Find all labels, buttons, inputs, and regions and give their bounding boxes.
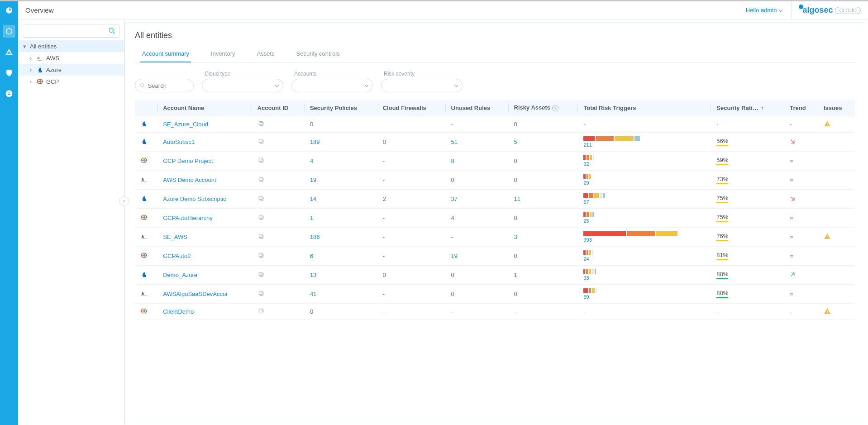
svg-rect-9 [260, 140, 263, 143]
gcp-icon [140, 253, 148, 260]
account-name-link[interactable]: AWS Demo Account [163, 177, 216, 183]
filter-select[interactable] [202, 79, 283, 92]
account-name-link[interactable]: AutoSubsc1 [163, 138, 195, 145]
topbar: Overview Hello admin algosec CLOUD [18, 1, 868, 19]
rail-logo-icon[interactable] [3, 4, 15, 17]
risk-total[interactable]: 67 [583, 199, 706, 205]
col-header[interactable] [135, 100, 157, 116]
svg-rect-34 [827, 310, 827, 312]
svg-rect-18 [260, 216, 263, 219]
filter-select[interactable] [291, 79, 373, 92]
tab-security controls[interactable]: Security controls [295, 47, 342, 62]
table-row: AutoSubsc1189051521156% [135, 133, 855, 152]
table-row: aSE_AWS186--339376%= [135, 228, 855, 247]
tab-account summary[interactable]: Account summary [140, 47, 191, 62]
copy-icon[interactable] [258, 291, 265, 298]
copy-icon[interactable] [258, 272, 265, 279]
account-name-link[interactable]: AWSAlgoSaaSDevAccoι [163, 291, 227, 297]
svg-text:a: a [142, 234, 144, 239]
azure-icon [36, 66, 43, 73]
search-icon [140, 82, 145, 89]
risk-total[interactable]: 25 [583, 218, 706, 224]
col-header[interactable]: Security Rati…↑ [711, 100, 784, 116]
sort-asc-icon[interactable]: ↑ [761, 105, 764, 111]
risk-total[interactable]: 33 [583, 275, 706, 281]
tab-assets[interactable]: Assets [255, 47, 277, 62]
account-name-link[interactable]: GCPAuto2 [163, 253, 191, 259]
sidebar-search-input[interactable] [27, 28, 108, 34]
risk-total[interactable]: 393 [583, 237, 706, 243]
azure-icon [140, 272, 148, 279]
rail-cube-icon[interactable] [3, 25, 15, 38]
aws-icon: a [36, 54, 43, 62]
account-name-link[interactable]: SE_AWS [163, 234, 187, 240]
tree-item-azure[interactable]: ›Azure [18, 64, 124, 76]
risk-total[interactable]: 59 [583, 294, 706, 300]
account-name-link[interactable]: ClientDemo [163, 308, 194, 315]
account-name-link[interactable]: GCP Demo Project [163, 158, 213, 164]
account-name-link[interactable]: GCPAutoHierarchy [163, 215, 213, 221]
svg-text:a: a [142, 177, 144, 181]
col-header[interactable]: Unused Rules [446, 100, 509, 116]
col-header[interactable]: Risky Assets? [509, 100, 578, 116]
account-name-link[interactable]: Azure Demo Subscriptiо [163, 196, 226, 202]
svg-rect-5 [260, 122, 263, 125]
sidebar-collapse-button[interactable]: ‹ [119, 196, 129, 206]
tree-item-gcp[interactable]: ›GCP [18, 76, 124, 87]
brand-logo: algosec CLOUD [791, 1, 861, 19]
rating-value: 76% [716, 233, 728, 241]
col-header[interactable]: Total Risk Triggers [578, 100, 711, 116]
user-label: Hello admin [746, 7, 777, 14]
rail-swap-icon[interactable] [3, 87, 15, 100]
svg-rect-11 [260, 159, 263, 162]
svg-rect-7 [827, 123, 827, 124]
col-header[interactable]: Security Policies [305, 100, 377, 116]
risk-total[interactable]: 29 [583, 180, 706, 186]
warning-icon[interactable] [824, 122, 831, 129]
trend-flat-icon: = [790, 215, 793, 221]
col-header[interactable]: Trend [784, 100, 818, 116]
svg-rect-31 [259, 291, 262, 294]
copy-icon[interactable] [258, 158, 265, 165]
risk-bar [583, 231, 678, 236]
col-header[interactable]: Cloud Firewalls [377, 100, 446, 116]
copy-icon[interactable] [258, 122, 265, 129]
copy-icon[interactable] [258, 139, 265, 146]
risk-total[interactable]: 32 [583, 161, 706, 167]
filter-bar: Cloud typeAccountsRisk severity [135, 62, 855, 98]
svg-rect-17 [259, 196, 262, 199]
copy-icon[interactable] [258, 196, 265, 203]
svg-point-4 [140, 84, 143, 87]
rail-alert-icon[interactable] [3, 46, 15, 58]
page-heading: Overview [25, 6, 54, 14]
tree-item-aws[interactable]: ›aAWS [18, 52, 124, 64]
grid-search[interactable] [135, 79, 194, 92]
warning-icon[interactable] [824, 234, 831, 241]
trend-flat-icon: = [790, 291, 793, 297]
col-header[interactable]: Account ID [252, 100, 305, 116]
copy-icon[interactable] [258, 309, 265, 316]
risk-bar [583, 288, 678, 293]
grid-search-input[interactable] [148, 82, 189, 89]
warning-icon[interactable] [824, 309, 831, 316]
account-name-link[interactable]: SE_Azure_Cloud [163, 121, 208, 128]
copy-icon[interactable] [258, 215, 265, 222]
col-header[interactable]: Issues [818, 100, 855, 116]
risk-total[interactable]: 24 [583, 256, 706, 262]
filter-select[interactable] [381, 79, 463, 92]
account-name-link[interactable]: Demo_Azure [163, 272, 197, 278]
copy-icon[interactable] [258, 253, 265, 260]
copy-icon[interactable] [258, 234, 265, 241]
rail-shield-icon[interactable] [3, 67, 15, 79]
rating-value: 59% [716, 157, 728, 165]
copy-icon[interactable] [258, 177, 265, 184]
user-menu[interactable]: Hello admin [746, 7, 782, 14]
help-icon[interactable]: ? [552, 105, 558, 111]
sidebar: ▾All entities›aAWS›Azure›GCP ‹ [18, 19, 124, 425]
risk-total[interactable]: 211 [583, 142, 706, 148]
sidebar-search[interactable] [23, 24, 119, 38]
tree-root[interactable]: ▾All entities [18, 40, 124, 52]
gcp-icon [36, 78, 43, 85]
tab-inventory[interactable]: Inventory [209, 47, 237, 62]
col-header[interactable]: Account Name [157, 100, 252, 116]
